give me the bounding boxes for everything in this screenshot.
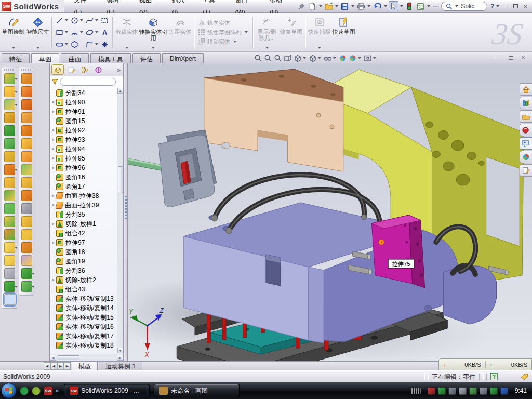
tree-item[interactable]: 分割34 <box>51 88 117 98</box>
quick-launch-icon-2[interactable]: SW <box>44 387 52 395</box>
net-speed-monitor[interactable]: ↓ 0KB/S ↑ 0KB/S <box>438 358 532 370</box>
tree-item[interactable]: 曲面-拉伸38 <box>51 191 117 201</box>
expand-arrow[interactable] <box>51 138 56 141</box>
sketch-tool-fillet[interactable] <box>85 38 100 50</box>
tree-item[interactable]: 切除-放样2 <box>51 275 117 285</box>
headsup-sphere-icon-8[interactable] <box>348 54 363 63</box>
expand-arrow[interactable] <box>51 194 56 197</box>
quick-launch-icon-0[interactable] <box>20 387 29 395</box>
restore-button[interactable] <box>511 2 521 11</box>
tab-草图[interactable]: 草图 <box>31 53 59 63</box>
undo-icon[interactable] <box>372 1 382 11</box>
feature-tool-icon-col1-8[interactable] <box>4 177 15 188</box>
doc-tab-运动算例 1[interactable]: 运动算例 1 <box>99 362 142 370</box>
sketch-tool-rect[interactable] <box>55 26 70 38</box>
scroll-thumb[interactable] <box>118 166 123 193</box>
tree-item[interactable]: 圆角18 <box>51 247 117 257</box>
scroll-thumb[interactable] <box>58 355 79 360</box>
feature-tool-icon-col1-9[interactable] <box>4 190 15 201</box>
headsup-cube-icon-5[interactable] <box>308 54 323 63</box>
tabs-overflow-button[interactable]: » <box>117 66 122 74</box>
quick-tips-icon[interactable]: ? <box>490 373 498 380</box>
tray-icon-6[interactable] <box>490 387 498 395</box>
tree-item[interactable]: 圆角19 <box>51 257 117 266</box>
sketch-tool-point[interactable] <box>100 38 110 50</box>
sketch-tool-circle[interactable] <box>70 15 85 26</box>
convert-entities-button[interactable]: 转换实体引用 <box>139 14 168 50</box>
feature-tool-icon-col2-14[interactable] <box>21 255 32 266</box>
feature-tool-icon-col2-7[interactable] <box>21 164 32 175</box>
move-entities-button[interactable]: 移动实体 <box>198 38 249 46</box>
tab-DimXpert[interactable]: DimXpert <box>162 53 204 63</box>
feature-tool-icon-col2-4[interactable] <box>21 125 32 136</box>
help-icon[interactable]: ? <box>490 3 494 10</box>
tab-scroll-left-button[interactable]: ◀ <box>50 362 57 370</box>
tray-icon-5[interactable] <box>480 387 487 395</box>
tab-scroll-last-button[interactable]: ▶ <box>64 362 71 370</box>
help-dropdown-caret[interactable] <box>496 5 499 7</box>
search-box[interactable]: Solic <box>441 2 487 11</box>
filter-funnel-icon[interactable] <box>51 78 58 85</box>
linear-pattern-button[interactable]: 线性草图阵列 <box>198 29 249 36</box>
headsup-cube-icon-4[interactable] <box>293 54 308 63</box>
tab-scroll-first-button[interactable]: ◀ <box>44 362 50 370</box>
sketch-tool-slot[interactable] <box>55 38 70 50</box>
display-delete-relations-button[interactable]: 显示/删除几... <box>255 14 279 50</box>
minimize-button[interactable]: – <box>500 2 510 11</box>
panel-splitter[interactable] <box>124 63 128 361</box>
tree-item[interactable]: 拉伸91 <box>51 107 117 116</box>
tab-特征[interactable]: 特征 <box>2 53 30 63</box>
tray-icon-2[interactable] <box>448 387 456 395</box>
tree-item[interactable]: 拉伸94 <box>51 144 117 154</box>
tree-item[interactable]: 拉伸92 <box>51 126 117 135</box>
expand-arrow[interactable] <box>51 222 56 225</box>
tab-propertymanager[interactable] <box>65 64 77 75</box>
feature-tool-icon-col1-14[interactable] <box>4 255 15 266</box>
tab-评估[interactable]: 评估 <box>132 53 161 63</box>
doc-restore-button[interactable] <box>506 54 515 61</box>
repair-sketch-button[interactable]: 修复草图 <box>279 14 303 50</box>
sketch-tool-arc[interactable] <box>70 26 85 38</box>
feature-tool-icon-col2-6[interactable] <box>21 151 32 162</box>
offset-entities-button[interactable]: 等距实体 <box>168 14 192 50</box>
task-pane-appearances[interactable] <box>520 151 532 163</box>
feature-tool-icon-col2-3[interactable] <box>21 112 32 123</box>
toolbar-grip[interactable] <box>4 69 15 71</box>
taskbar-clock[interactable]: 9:41 <box>515 387 527 394</box>
doc-minimize-button[interactable]: – <box>494 54 503 61</box>
headsup-magnifier-icon-0[interactable] <box>254 54 263 63</box>
tree-item[interactable]: 实体-移动/复制17 <box>51 331 117 341</box>
open-dropdown-caret[interactable] <box>335 5 338 7</box>
save-dropdown-caret[interactable] <box>351 5 354 7</box>
new-dropdown-caret[interactable] <box>319 5 322 7</box>
quick-launch-icon-1[interactable] <box>32 387 41 395</box>
expand-arrow[interactable] <box>51 148 56 151</box>
feature-tool-icon-col2-8[interactable] <box>21 177 32 188</box>
feature-tool-icon-col2-1[interactable] <box>21 86 32 97</box>
tree-item[interactable]: 拉伸90 <box>51 98 117 107</box>
feature-tool-icon-col1-10[interactable] <box>4 203 15 214</box>
expand-arrow[interactable] <box>51 241 56 244</box>
tab-featuremanager[interactable] <box>51 64 64 75</box>
sketch-tool-polygon[interactable] <box>70 38 85 50</box>
scroll-down-arrow[interactable]: ▼ <box>117 348 123 353</box>
tree-item[interactable]: 切除-放样1 <box>51 219 117 229</box>
tab-模具工具[interactable]: 模具工具 <box>90 53 131 63</box>
save-icon[interactable] <box>340 1 350 11</box>
feature-tool-icon-col2-16[interactable] <box>21 281 32 292</box>
new-document-icon[interactable] <box>308 1 317 11</box>
smart-dimension-button[interactable]: 智能尺寸 <box>25 14 50 50</box>
expand-arrow[interactable] <box>51 278 56 282</box>
feature-tool-icon-col2-13[interactable] <box>21 242 32 253</box>
scroll-up-arrow[interactable]: ▲ <box>117 88 123 94</box>
tree-item[interactable]: 拉伸95 <box>51 154 117 163</box>
feature-tool-icon-col1-1[interactable] <box>4 86 15 97</box>
tag-icon[interactable] <box>521 374 529 380</box>
tree-vertical-scrollbar[interactable]: ▲ ▼ <box>117 88 123 353</box>
feature-tool-icon-col1-3[interactable] <box>4 112 15 123</box>
feature-tool-icon-col2-0[interactable] <box>21 73 32 84</box>
scroll-right-arrow[interactable]: ▶ <box>117 355 123 361</box>
feature-tool-icon-col2-11[interactable] <box>21 216 32 227</box>
trim-caret[interactable] <box>125 47 128 49</box>
tab-dimxpertmanager[interactable] <box>92 64 104 75</box>
